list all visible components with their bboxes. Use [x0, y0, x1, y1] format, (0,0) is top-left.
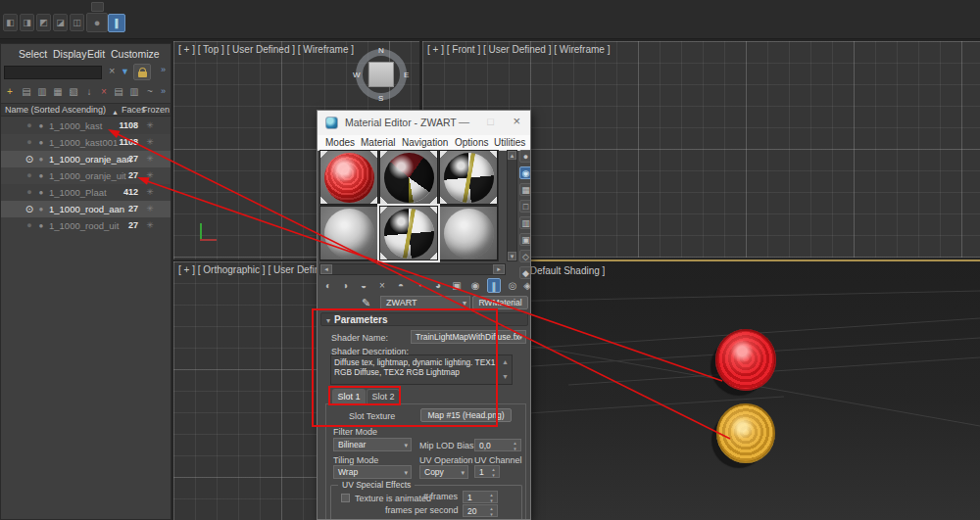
- spinner-arrows-icon[interactable]: ▴▾: [512, 440, 518, 451]
- sync-selection-icon[interactable]: ↓: [82, 85, 96, 99]
- visibility-icon[interactable]: ●: [24, 118, 35, 134]
- show-in-viewport-icon[interactable]: ∥: [487, 278, 501, 293]
- sample-type-icon[interactable]: ●: [519, 150, 531, 163]
- material-type-button[interactable]: RWMaterial: [472, 296, 528, 309]
- show-end-result-icon[interactable]: ◉: [468, 278, 482, 293]
- red-traffic-light-lens[interactable]: [715, 329, 776, 391]
- menu-select[interactable]: Select: [19, 48, 47, 60]
- table-row-selected[interactable]: ⊙ ● 1_1000_rood_aan 27 ✳: [1, 201, 171, 217]
- frozen-icon[interactable]: ✳: [144, 134, 156, 151]
- frozen-icon[interactable]: ✳: [144, 217, 156, 234]
- align-icon[interactable]: ●: [86, 13, 108, 32]
- menu-modes[interactable]: Modes: [325, 137, 355, 148]
- texture-animated-checkbox[interactable]: [341, 494, 350, 502]
- menu-customize[interactable]: Customize: [111, 48, 160, 60]
- pick-material-icon[interactable]: ✎: [362, 297, 370, 309]
- viewcube-top-face[interactable]: [368, 62, 394, 87]
- hierarchy-icon[interactable]: ~: [143, 85, 157, 99]
- backlight-icon[interactable]: ◉: [519, 166, 531, 179]
- fps-spinner[interactable]: 20 ▴▾: [463, 504, 498, 517]
- material-slot-zwart-selected[interactable]: [379, 206, 438, 260]
- scroll-down-icon[interactable]: ▾: [508, 252, 516, 260]
- material-id-icon[interactable]: ◕: [431, 278, 445, 293]
- frozen-icon[interactable]: ✳: [144, 184, 156, 201]
- material-slot-red[interactable]: [319, 150, 378, 205]
- visibility-on-icon[interactable]: ⊙: [24, 201, 35, 217]
- filter-icon[interactable]: ▼: [121, 67, 129, 76]
- put-to-library-icon[interactable]: ◔: [413, 278, 426, 293]
- table-row[interactable]: ● ● 1_1000_kast 1108 ✳: [1, 118, 171, 134]
- get-material-icon[interactable]: ◐: [321, 278, 335, 293]
- slots-vertical-scrollbar[interactable]: ▴ ▾: [507, 150, 517, 261]
- close-icon[interactable]: ×: [513, 114, 520, 128]
- spinner-arrows-icon[interactable]: ▴▾: [488, 492, 495, 503]
- select-children-icon[interactable]: ▧: [67, 85, 80, 99]
- desc-scroll-down-icon[interactable]: ▼: [500, 372, 511, 382]
- frozen-icon[interactable]: ✳: [144, 151, 156, 167]
- go-to-parent-icon[interactable]: ◎: [506, 278, 519, 293]
- menu-material[interactable]: Material: [361, 137, 396, 148]
- material-slot-lightgray[interactable]: [439, 206, 498, 260]
- assign-material-icon[interactable]: ◒: [357, 278, 370, 293]
- snap-toggle-icon[interactable]: ◧: [3, 14, 18, 31]
- pick-container-icon[interactable]: +: [3, 85, 17, 99]
- options-icon[interactable]: ◇: [519, 250, 531, 262]
- column-frozen[interactable]: Frozen: [142, 104, 170, 117]
- material-name-dropdown[interactable]: ZWART ▾: [380, 296, 470, 309]
- material-slot-zwart[interactable]: [439, 150, 498, 205]
- table-row[interactable]: ● ● 1_1000_Plaat 412 ✳: [1, 184, 171, 201]
- desc-scroll-up-icon[interactable]: ▲: [500, 357, 511, 367]
- viewcube-compass[interactable]: N S W E: [356, 49, 407, 100]
- slots-horizontal-scrollbar[interactable]: ◂ ▸: [319, 263, 506, 275]
- scroll-up-icon[interactable]: ▴: [508, 151, 516, 160]
- material-editor-button[interactable]: ∥: [108, 14, 125, 32]
- frozen-icon[interactable]: ✳: [144, 201, 156, 217]
- select-none-icon[interactable]: ▥: [35, 85, 49, 99]
- make-unique-icon[interactable]: ◓: [394, 278, 408, 293]
- visibility-icon[interactable]: ●: [24, 184, 35, 201]
- visibility-on-icon[interactable]: ⊙: [24, 151, 35, 167]
- maximize-icon[interactable]: □: [487, 116, 494, 127]
- expand-chevrons-icon-2[interactable]: »: [161, 86, 165, 96]
- parameters-rollout[interactable]: ▾Parameters: [320, 312, 528, 326]
- material-slot-gray[interactable]: [319, 206, 378, 260]
- menu-utilities[interactable]: Utilities: [494, 137, 525, 148]
- angle-snap-icon[interactable]: ◨: [20, 14, 34, 31]
- mip-lod-bias-spinner[interactable]: 0,0 ▴▾: [474, 439, 521, 451]
- background-icon[interactable]: ▦: [519, 183, 531, 196]
- column-name[interactable]: Name (Sorted Ascending): [5, 104, 106, 117]
- tab-slot-1[interactable]: Slot 1: [332, 389, 366, 404]
- scroll-left-icon[interactable]: ◂: [320, 264, 332, 274]
- yellow-traffic-light-lens[interactable]: [716, 403, 775, 463]
- visibility-icon[interactable]: ●: [24, 167, 35, 184]
- table-row[interactable]: ● ● 1_1000_oranje_uit 27 ✳: [1, 167, 171, 184]
- percent-snap-icon[interactable]: ◩: [36, 14, 51, 31]
- visibility-icon[interactable]: ●: [24, 217, 35, 234]
- menu-display[interactable]: Display: [53, 48, 86, 60]
- scroll-right-icon[interactable]: ▸: [493, 264, 505, 274]
- frozen-icon[interactable]: ✳: [144, 118, 156, 134]
- spinner-arrows-icon[interactable]: ▴▾: [490, 466, 497, 478]
- menu-options[interactable]: Options: [455, 137, 488, 148]
- menu-navigation[interactable]: Navigation: [402, 137, 448, 148]
- spinner-arrows-icon[interactable]: ▴▾: [488, 505, 495, 517]
- minimize-icon[interactable]: —: [459, 116, 469, 127]
- viewport-front-label[interactable]: [ + ] [ Front ] [ User Defined ] [ Wiref…: [427, 44, 610, 55]
- sample-uv-tiling-icon[interactable]: □: [519, 200, 531, 213]
- delete-icon[interactable]: ×: [97, 85, 111, 99]
- video-color-check-icon[interactable]: ▥: [519, 216, 531, 229]
- select-invert-icon[interactable]: ▦: [51, 85, 65, 99]
- frames-spinner[interactable]: 1 ▴▾: [463, 491, 498, 503]
- table-row-selected[interactable]: ⊙ ● 1_1000_oranje_aan 27 ✳: [1, 151, 171, 167]
- frozen-icon[interactable]: ✳: [144, 167, 156, 184]
- add-to-folder-icon[interactable]: ▥: [127, 85, 141, 99]
- visibility-icon[interactable]: ●: [24, 134, 35, 151]
- shader-desc-box[interactable]: Diffuse tex, lightmap, dynamic lighting.…: [330, 355, 513, 385]
- table-row[interactable]: ● ● 1_1000_rood_uit 27 ✳: [1, 217, 171, 234]
- spinner-snap-icon[interactable]: ◪: [53, 14, 68, 31]
- delete-material-icon[interactable]: ×: [375, 278, 389, 293]
- expand-chevrons-icon[interactable]: »: [161, 65, 165, 74]
- make-preview-icon[interactable]: ▣: [519, 233, 531, 246]
- search-input[interactable]: [4, 66, 102, 79]
- shader-name-dropdown[interactable]: TrainLightMapWithDiffuse.fx ▾: [411, 330, 526, 344]
